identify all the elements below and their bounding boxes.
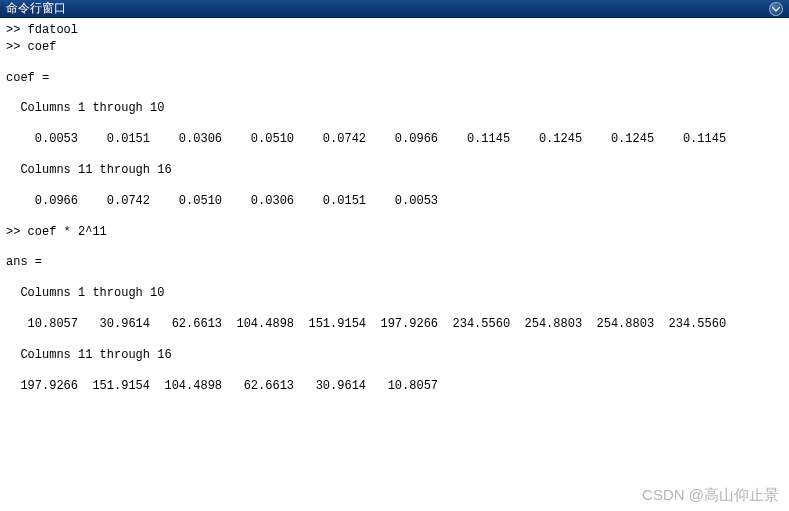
console-line: 0.0053 0.0151 0.0306 0.0510 0.0742 0.096… [6,131,783,148]
console-line: coef = [6,70,783,87]
console-line: Columns 11 through 16 [6,347,783,364]
console-line: 10.8057 30.9614 62.6613 104.4898 151.915… [6,316,783,333]
console-line: Columns 11 through 16 [6,162,783,179]
console-line [6,117,783,131]
console-output[interactable]: >> fdatool>> coefcoef = Columns 1 throug… [0,18,789,511]
console-line: 0.0966 0.0742 0.0510 0.0306 0.0151 0.005… [6,193,783,210]
console-line: Columns 1 through 10 [6,100,783,117]
command-window: 命令行窗口 >> fdatool>> coefcoef = Columns 1 … [0,0,789,511]
console-line [6,210,783,224]
chevron-down-icon [772,6,780,12]
console-line [6,271,783,285]
console-line [6,240,783,254]
console-line [6,56,783,70]
console-line: >> coef [6,39,783,56]
window-title: 命令行窗口 [6,0,66,17]
console-line [6,364,783,378]
console-line: >> fdatool [6,22,783,39]
console-line [6,302,783,316]
console-line: Columns 1 through 10 [6,285,783,302]
titlebar: 命令行窗口 [0,0,789,18]
console-line: >> coef * 2^11 [6,224,783,241]
console-line: ans = [6,254,783,271]
console-line [6,333,783,347]
dropdown-menu-button[interactable] [769,2,783,16]
console-line [6,179,783,193]
console-line [6,148,783,162]
console-line [6,86,783,100]
console-line: 197.9266 151.9154 104.4898 62.6613 30.96… [6,378,783,395]
